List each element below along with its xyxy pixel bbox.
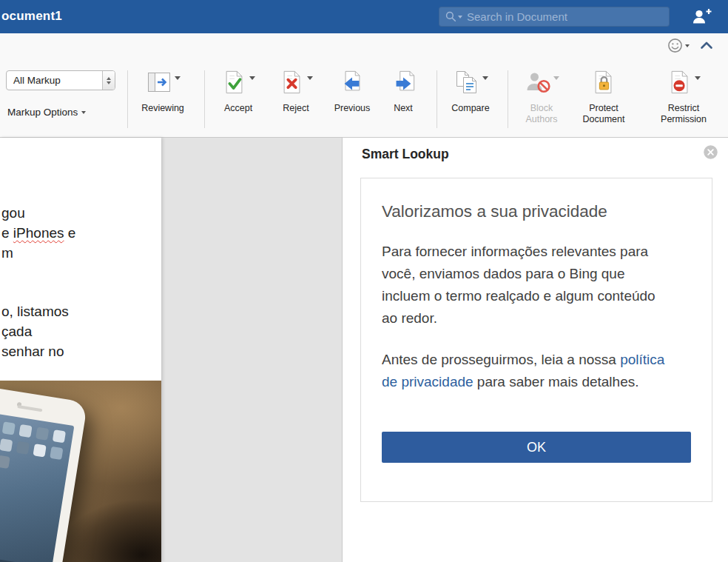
document-line: gou — [1, 203, 75, 223]
ribbon-separator — [437, 70, 437, 128]
document-paragraph: o, listamos çada senhar no — [1, 301, 69, 361]
word-window: ocument1 — [0, 0, 728, 562]
reject-icon-row — [280, 69, 313, 103]
compare-label: Compare — [451, 103, 489, 114]
markup-options-label: Markup Options — [7, 107, 78, 118]
smart-lookup-panel: Smart Lookup Valorizamos a sua privacida… — [342, 138, 728, 562]
search-input[interactable] — [467, 10, 663, 23]
block-authors-icon — [525, 69, 551, 96]
document-line: çada — [1, 321, 69, 341]
display-for-review-value: All Markup — [7, 75, 102, 86]
compare-documents-icon — [454, 69, 480, 96]
restrict-permission-icon-row — [667, 69, 701, 103]
block-authors-button[interactable]: Block Authors — [515, 69, 568, 125]
search-icon — [445, 11, 456, 22]
combo-stepper-icon — [102, 71, 115, 90]
ribbon-separator — [204, 70, 205, 128]
privacy-footer-post: para saber mais detalhes. — [473, 374, 639, 389]
block-authors-label: Block Authors — [515, 103, 568, 125]
reviewing-caret-icon — [175, 76, 181, 80]
display-for-review-select[interactable]: All Markup — [6, 70, 115, 90]
privacy-body-text: Para fornecer informações relevantes par… — [382, 241, 675, 329]
previous-change-button[interactable]: Previous — [326, 69, 379, 114]
protect-document-button[interactable]: Protect Document — [573, 69, 635, 125]
ok-button[interactable]: OK — [382, 432, 691, 463]
reject-x-icon — [280, 69, 305, 96]
document-line: m — [1, 243, 75, 263]
block-authors-icon-row — [525, 69, 559, 103]
panel-title: Smart Lookup — [362, 147, 449, 162]
privacy-footer-text: Antes de prosseguirmos, leia a nossa pol… — [382, 349, 675, 393]
compare-button[interactable]: Compare — [444, 69, 497, 114]
reviewing-label: Reviewing — [141, 103, 184, 114]
iphone-in-photo — [0, 385, 88, 562]
reject-button[interactable]: Reject — [271, 69, 321, 114]
accept-check-icon — [222, 69, 247, 96]
next-change-button[interactable]: Next — [379, 69, 428, 114]
restrict-permission-label: Restrict Permission — [645, 103, 722, 125]
accept-caret-icon — [249, 76, 255, 80]
close-panel-button[interactable] — [703, 144, 718, 160]
ribbon-separator — [508, 70, 508, 128]
ribbon-review-tab: All Markup Markup Options Review — [0, 33, 728, 138]
stepper-down-icon — [107, 81, 111, 84]
document-line: o, listamos — [1, 301, 69, 321]
previous-icon-row — [340, 69, 365, 103]
close-icon — [703, 144, 718, 160]
restrict-permission-button[interactable]: Restrict Permission — [645, 69, 722, 125]
share-person-plus-icon — [691, 7, 712, 25]
search-field[interactable] — [439, 7, 670, 27]
privacy-dialog: Valorizamos a sua privacidade Para forne… — [360, 178, 712, 502]
feedback-button[interactable] — [667, 38, 690, 53]
document-line: senhar no — [1, 341, 69, 361]
reject-label: Reject — [283, 103, 309, 114]
search-caret-icon — [458, 16, 462, 19]
privacy-footer-pre: Antes de prosseguirmos, leia a nossa — [382, 352, 620, 367]
accept-label: Accept — [224, 103, 252, 114]
document-line: e iPhones e — [1, 223, 75, 243]
restrict-permission-icon — [667, 69, 692, 96]
iphone-photo[interactable] — [0, 381, 161, 562]
next-label: Next — [394, 103, 413, 114]
document-page[interactable]: gou e iPhones e m o, listamos çada senha… — [0, 138, 161, 562]
misspelled-word: iPhones — [13, 225, 64, 241]
next-arrow-icon — [391, 69, 416, 96]
accept-icon-row — [222, 69, 255, 103]
smiley-icon — [667, 38, 683, 53]
protect-document-label: Protect Document — [573, 103, 635, 125]
reviewing-icon-row — [146, 69, 181, 103]
compare-icon-row — [454, 69, 488, 103]
stepper-up-icon — [107, 77, 111, 80]
reviewing-pane-icon — [146, 69, 172, 96]
previous-arrow-icon — [340, 69, 365, 96]
reject-caret-icon — [307, 76, 313, 80]
accept-button[interactable]: Accept — [213, 69, 263, 114]
ribbon-separator — [127, 70, 128, 128]
main-area: gou e iPhones e m o, listamos çada senha… — [0, 138, 728, 562]
block-authors-caret-icon — [553, 76, 559, 80]
share-button[interactable] — [691, 7, 712, 25]
document-title: ocument1 — [1, 9, 62, 24]
protect-document-lock-icon — [591, 69, 616, 96]
chevron-up-icon — [700, 41, 713, 50]
feedback-caret-icon — [685, 44, 690, 47]
privacy-heading: Valorizamos a sua privacidade — [382, 202, 691, 221]
document-text: e — [64, 225, 76, 241]
collapse-ribbon-button[interactable] — [700, 39, 713, 53]
reviewing-button[interactable]: Reviewing — [135, 69, 191, 114]
phone-dock — [0, 553, 52, 562]
previous-label: Previous — [334, 103, 371, 114]
markup-options-button[interactable]: Markup Options — [7, 107, 86, 118]
phone-speaker — [17, 405, 42, 412]
compare-caret-icon — [482, 76, 488, 80]
ribbon-corner — [667, 38, 713, 53]
restrict-permission-caret-icon — [695, 76, 701, 80]
titlebar: ocument1 — [0, 0, 728, 33]
markup-options-caret-icon — [81, 111, 86, 114]
document-paragraph: gou e iPhones e m — [1, 203, 75, 263]
next-icon-row — [391, 69, 416, 103]
document-text: e — [1, 225, 13, 241]
phone-screen — [0, 412, 74, 562]
phone-app-icons — [0, 412, 74, 485]
protect-document-icon-row — [591, 69, 616, 103]
